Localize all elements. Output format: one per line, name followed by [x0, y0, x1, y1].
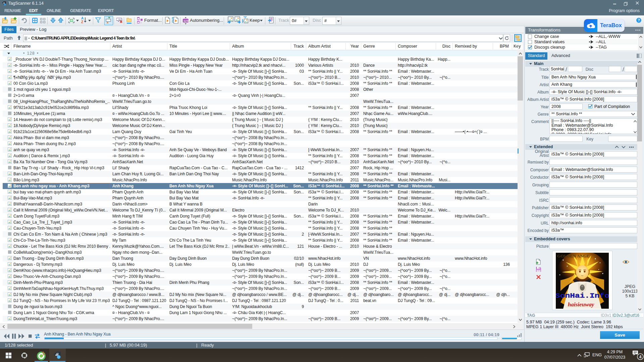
svg-text:A: A [81, 16, 84, 20]
svg-text:4: 4 [639, 355, 642, 359]
svg-text:GOLDEN ANGE: GOLDEN ANGE [557, 253, 589, 258]
svg-text:123: 123 [183, 19, 189, 22]
svg-text:haisieuway: haisieuway [568, 301, 594, 308]
svg-text:Z: Z [81, 20, 83, 24]
svg-text:SonHai.Info: SonHai.Info [556, 292, 609, 300]
